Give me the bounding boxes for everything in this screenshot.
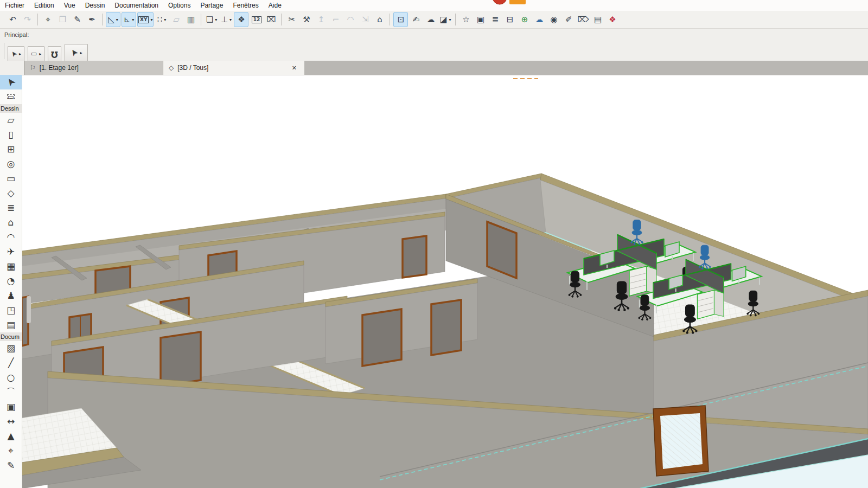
tool-surface-painter[interactable]: ✐ (561, 12, 575, 27)
menu-item-options[interactable]: Options (163, 1, 195, 10)
sidebar-tool-window[interactable]: ⊞ (0, 142, 22, 157)
tool-measure[interactable]: 12 (250, 12, 263, 27)
principal-arrow-tool[interactable]: ➤ ▸ (65, 44, 88, 61)
chevron-down-icon[interactable]: ▾ (150, 17, 152, 22)
tool-stories[interactable]: ≣ (488, 12, 502, 27)
tool-undo[interactable]: ↶ (6, 12, 20, 27)
tool-skewed-grid[interactable]: ▱ (169, 12, 183, 27)
principal-marquee-tool[interactable]: ▭ ▸ (28, 46, 44, 61)
tool-view-settings[interactable]: ▣ (474, 12, 487, 27)
tool-split[interactable]: ✂ (285, 12, 298, 27)
menu-item-aide[interactable]: Aide (264, 1, 286, 10)
chevron-down-icon[interactable]: ▾ (229, 17, 232, 22)
menu-item-documentation[interactable]: Documentation (110, 1, 163, 10)
principal-arrow-flyout[interactable]: ➤ ▸ (8, 46, 24, 61)
sidebar-tool-polyline[interactable]: ⌒ (0, 385, 22, 400)
tab-3d-view[interactable]: ◇ [3D / Tous] ✕ (163, 61, 304, 75)
tool-clean[interactable]: ⌦ (576, 12, 590, 27)
sidebar-tool-curtain-wall[interactable]: ▦ (0, 259, 22, 274)
tool-guide-lines[interactable]: ⊾ ▾ (122, 12, 136, 27)
chevron-down-icon[interactable]: ▾ (164, 17, 166, 22)
sidebar-tool-zone[interactable]: ◳ (0, 303, 22, 318)
tool-redo[interactable]: ↷ (21, 12, 34, 27)
sidebar-tool-skylight[interactable]: ◔ (0, 274, 22, 288)
menu-item-vue[interactable]: Vue (59, 1, 80, 10)
tool-inject-parameters[interactable]: ✒ (85, 12, 99, 27)
sidebar-tool-roof[interactable]: ⌂ (0, 215, 22, 230)
tool-resize[interactable]: ⇲ (358, 12, 372, 27)
tool-edit-selection[interactable]: ⊡ (393, 12, 408, 27)
sidebar-tool-select-arrow[interactable]: ➤ (0, 75, 22, 89)
tool-align[interactable]: ↥ (314, 12, 328, 27)
sidebar-tool-drawing[interactable]: ▣ (0, 400, 22, 414)
sidebar-tool-dimension[interactable]: ↔ (0, 414, 22, 429)
sidebar-tool-beam[interactable]: ▭ (0, 171, 22, 186)
sidebar-tool-circle[interactable]: ○ (0, 370, 22, 385)
sidebar-tool-wall[interactable]: ▱ (0, 113, 22, 127)
tool-intersect[interactable]: ⌐ (329, 12, 342, 27)
tool-photo-render[interactable]: ◉ (547, 12, 560, 27)
viewport-scrollbar-thumb[interactable] (27, 296, 31, 323)
tool-materials[interactable]: ▤ (591, 12, 604, 27)
tool-snap-grid[interactable]: ∷ ▾ (155, 12, 168, 27)
tool-3d-cutaway[interactable]: ◪ ▾ (438, 12, 452, 27)
tool-cloud-sync[interactable]: ☁ (424, 12, 437, 27)
sep-3[interactable] (201, 14, 201, 25)
tool-fit-frame[interactable]: ❐ (56, 12, 69, 27)
tab-floor-plan[interactable]: ⚐ [1. Etage 1er] (24, 61, 163, 75)
sidebar-tool-label[interactable]: ✎ (0, 458, 22, 473)
tool-trace-reference[interactable]: ▥ (184, 12, 197, 27)
flyout-arrow-icon[interactable]: ▸ (39, 52, 41, 56)
sidebar-tool-morph[interactable]: ✈ (0, 245, 22, 259)
chevron-down-icon[interactable]: ▾ (116, 17, 118, 22)
tool-zoom-selection[interactable]: ⌖ (41, 12, 55, 27)
flyout-arrow-icon[interactable]: ▸ (19, 52, 21, 56)
tool-teamwork[interactable]: ⊕ (518, 12, 531, 27)
sidebar-tool-mesh[interactable]: ▤ (0, 318, 22, 332)
tool-snap-points[interactable]: ❖ (234, 12, 248, 27)
sep-2[interactable] (102, 14, 103, 25)
sidebar-tool-marquee[interactable]: ▭ (0, 89, 22, 104)
principal-magnet-toggle[interactable]: Ω (48, 46, 61, 61)
toolbar-drag-handle[interactable] (4, 43, 4, 59)
tool-elevation[interactable]: ⌂ (373, 12, 386, 27)
sidebar-tool-stair[interactable]: ≣ (0, 201, 22, 215)
sep-1[interactable] (37, 14, 38, 25)
tool-markup[interactable]: ⊟ (503, 12, 516, 27)
sidebar-tool-fill[interactable]: ▨ (0, 341, 22, 356)
sidebar-tool-column[interactable]: ◎ (0, 157, 22, 171)
sidebar-header-docum[interactable]: Docum (0, 332, 22, 341)
tool-fillet[interactable]: ◠ (343, 12, 357, 27)
tool-profile-manager[interactable]: ❖ (605, 12, 619, 27)
chevron-down-icon[interactable]: ▾ (449, 17, 451, 22)
tool-adjust[interactable]: ⚒ (299, 12, 313, 27)
tool-gravity[interactable]: ⊥ ▾ (219, 12, 233, 27)
menu-item-fichier[interactable]: Fichier (0, 1, 29, 10)
tool-coordinates[interactable]: XY ▾ (137, 12, 154, 27)
viewport-3d[interactable] (22, 75, 868, 488)
sep-4[interactable] (281, 14, 282, 25)
sidebar-header-dessin[interactable]: Dessin (0, 104, 22, 113)
sidebar-tool-object[interactable]: ♟ (0, 288, 22, 303)
tool-sketch[interactable]: ✍ (409, 12, 423, 27)
sidebar-tool-door[interactable]: ▯ (0, 127, 22, 142)
chevron-down-icon[interactable]: ▾ (215, 17, 217, 22)
tool-layers[interactable]: ❏ ▾ (205, 12, 218, 27)
sidebar-tool-hotspot[interactable]: ⌖ (0, 444, 22, 458)
sidebar-tool-shell[interactable]: ◠ (0, 230, 22, 245)
tool-marquee-area[interactable]: ⌧ (264, 12, 278, 27)
tool-pick-parameters[interactable]: ✎ (71, 12, 84, 27)
menu-item-edition[interactable]: Edition (29, 1, 59, 10)
sidebar-tool-slab[interactable]: ◇ (0, 186, 22, 201)
menu-item-fenetres[interactable]: Fenêtres (228, 1, 263, 10)
sep-6[interactable] (455, 14, 456, 25)
tool-cloud-library[interactable]: ☁ (532, 12, 546, 27)
sidebar-tool-level-dimension[interactable]: ▲ (0, 429, 22, 444)
sep-5[interactable] (390, 14, 390, 25)
chevron-down-icon[interactable]: ▾ (132, 17, 134, 22)
menu-item-dessin[interactable]: Dessin (80, 1, 110, 10)
tool-guide-square[interactable]: ◺ ▾ (106, 12, 120, 27)
sidebar-tool-line[interactable]: ╱ (0, 356, 22, 370)
tool-favorites[interactable]: ☆ (459, 12, 473, 27)
menu-item-partage[interactable]: Partage (195, 1, 228, 10)
